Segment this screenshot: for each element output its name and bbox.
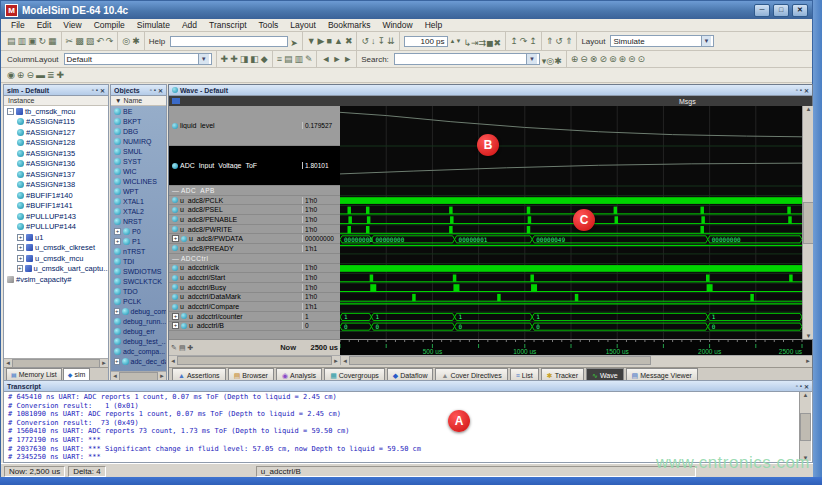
- sim-panel-titlebar[interactable]: sim - Default ▫▪✕: [4, 85, 108, 96]
- continue-run-icon[interactable]: ⇥: [471, 38, 479, 48]
- redo-icon[interactable]: ↷: [106, 37, 114, 46]
- menu-layout[interactable]: Layout: [284, 20, 322, 30]
- print-icon[interactable]: ▦: [48, 37, 57, 46]
- run-all-icon[interactable]: ⇉: [479, 38, 487, 48]
- page-icon[interactable]: ▤: [179, 344, 186, 352]
- menu-tools[interactable]: Tools: [253, 20, 285, 30]
- sim-tree-item[interactable]: +u_cmsdk_uart_captu...: [4, 264, 108, 275]
- dock-icon[interactable]: ▫: [796, 87, 798, 94]
- list-icon[interactable]: ≡: [277, 55, 282, 64]
- wave-signal-row[interactable]: u_adcctrl/Start1'h0: [169, 273, 340, 283]
- objects-list-item[interactable]: +P1: [111, 236, 166, 246]
- wave-cursor-icon[interactable]: ◨: [240, 55, 249, 64]
- objects-list-item[interactable]: debug_test_...: [111, 336, 166, 346]
- run-all-icon[interactable]: ⇊: [387, 37, 395, 46]
- zoom-in-icon[interactable]: ⊕: [571, 55, 579, 64]
- reload-icon[interactable]: ↻: [39, 37, 47, 46]
- chevron-down-icon[interactable]: ▼: [198, 54, 209, 64]
- menu-window[interactable]: Window: [376, 20, 418, 30]
- objects-list-item[interactable]: debug_err: [111, 326, 166, 336]
- add-cursor-icon[interactable]: ✚: [188, 344, 194, 352]
- insert-mode-icon[interactable]: ≣: [47, 71, 55, 80]
- add-wave-icon[interactable]: ✚: [221, 55, 229, 64]
- sim-tree-item[interactable]: +u_cmsdk_mcu: [4, 253, 108, 264]
- nav-back-icon[interactable]: ◄: [321, 55, 330, 64]
- undo-icon[interactable]: ↶: [96, 37, 104, 46]
- zoom-sel-icon[interactable]: ⊚: [609, 55, 617, 64]
- help-search-input[interactable]: [170, 36, 288, 47]
- objects-list-item[interactable]: TDO: [111, 286, 166, 296]
- new-file-icon[interactable]: ▤: [7, 37, 16, 46]
- zoom-mode-icon[interactable]: ⊕: [17, 71, 25, 80]
- help-search-icon[interactable]: ➤: [290, 38, 298, 48]
- zoom-last-icon[interactable]: ⊛: [619, 55, 627, 64]
- expand-icon[interactable]: +: [114, 308, 120, 315]
- sim-tree-item[interactable]: #PULLUP#144: [4, 222, 108, 233]
- close-icon[interactable]: ✕: [804, 87, 809, 94]
- add-wave2-icon[interactable]: ✚: [230, 55, 238, 64]
- elab-icon[interactable]: ▲: [334, 37, 343, 46]
- tree-expand-icon[interactable]: -: [7, 108, 14, 115]
- objects-list-item[interactable]: TDI: [111, 256, 166, 266]
- wave-signal-row[interactable]: u_adc8/PWRITE1'h0: [169, 225, 340, 235]
- wave-plot[interactable]: 0000000000000000000000010000004900000000…: [340, 106, 802, 339]
- wave-signal-row[interactable]: u_adc8/PENABLE1'h0: [169, 215, 340, 225]
- zoom-out-icon[interactable]: ⊖: [580, 55, 588, 64]
- sim-tree-item[interactable]: #ASSIGN#136: [4, 159, 108, 170]
- wave-signal-row[interactable]: u_adc8/PCLK1'h0: [169, 196, 340, 206]
- float-icon[interactable]: ▪: [154, 87, 156, 94]
- continue-icon[interactable]: ↧: [377, 37, 385, 46]
- sim-tree-item[interactable]: +u_cmsdk_clkreset: [4, 243, 108, 254]
- objects-list-item[interactable]: adc_compa...: [111, 346, 166, 356]
- float-icon[interactable]: ▪: [96, 87, 98, 94]
- menu-edit[interactable]: Edit: [31, 20, 58, 30]
- pan-mode-icon[interactable]: ⊖: [26, 71, 34, 80]
- nav-up-icon[interactable]: ►: [343, 55, 352, 64]
- wave-column-header[interactable]: Msgs: [169, 96, 812, 106]
- menu-bookmarks[interactable]: Bookmarks: [322, 20, 377, 30]
- objects-hscrollbar[interactable]: ◄►: [111, 371, 166, 380]
- maximize-icon[interactable]: □: [773, 4, 789, 17]
- goto-icon[interactable]: ✱: [132, 37, 140, 46]
- sim-tree-item[interactable]: #ASSIGN#137: [4, 169, 108, 180]
- edit-icon[interactable]: ✎: [305, 55, 313, 64]
- wave-signal-row[interactable]: u_adc8/PREADY1'h1: [169, 244, 340, 254]
- step-over-icon[interactable]: ↷: [520, 37, 528, 46]
- objects-list-item[interactable]: SYST: [111, 156, 166, 166]
- simulate-icon[interactable]: ▶: [318, 37, 325, 46]
- objects-list-item[interactable]: DBG: [111, 126, 166, 136]
- sim-tree-item[interactable]: +u1: [4, 232, 108, 243]
- run-icon[interactable]: ↓: [371, 37, 376, 46]
- wave-pair-icon[interactable]: ◧: [250, 55, 259, 64]
- stop-icon[interactable]: ✖: [345, 37, 353, 46]
- objects-list-item[interactable]: +adc_dec_dat...: [111, 356, 166, 366]
- expand-icon[interactable]: +: [172, 235, 179, 242]
- sim-tree-item[interactable]: #vsim_capacity#: [4, 274, 108, 285]
- float-icon[interactable]: ▪: [800, 383, 802, 390]
- objects-list-item[interactable]: WICLINES: [111, 176, 166, 186]
- menu-simulate[interactable]: Simulate: [131, 20, 176, 30]
- wave-signal-row[interactable]: u_adcctrl/DataMark1'h0: [169, 293, 340, 303]
- objects-list-item[interactable]: SWCLKTCK: [111, 276, 166, 286]
- sim-hscrollbar[interactable]: ◄►: [4, 358, 108, 367]
- find-icon[interactable]: ◎: [122, 37, 130, 46]
- wave-titlebar[interactable]: Wave - Default ▫▪✕: [169, 85, 812, 96]
- chevron-down-icon[interactable]: ▼: [701, 36, 712, 46]
- objects-list-item[interactable]: SMUL: [111, 146, 166, 156]
- menu-file[interactable]: File: [5, 20, 31, 30]
- close-icon[interactable]: ✕: [158, 87, 163, 94]
- sim-tree-item[interactable]: #PULLUP#143: [4, 211, 108, 222]
- objects-list-item[interactable]: BKPT: [111, 116, 166, 126]
- run-length-input[interactable]: 100 ps: [404, 36, 448, 47]
- objects-list-item[interactable]: XTAL2: [111, 206, 166, 216]
- wave-signal-row[interactable]: +u_adcctrl/B0: [169, 322, 340, 332]
- transcript-vscrollbar[interactable]: ▲▼: [799, 392, 811, 461]
- menu-transcript[interactable]: Transcript: [203, 20, 252, 30]
- objects-list-item[interactable]: nTRST: [111, 246, 166, 256]
- sim-tree-item[interactable]: #ASSIGN#128: [4, 138, 108, 149]
- menu-view[interactable]: View: [57, 20, 87, 30]
- expand-icon[interactable]: +: [172, 313, 179, 320]
- zoom-next-icon[interactable]: ⊜: [628, 55, 636, 64]
- expand-icon[interactable]: +: [114, 228, 121, 235]
- close-icon[interactable]: ✕: [804, 383, 809, 390]
